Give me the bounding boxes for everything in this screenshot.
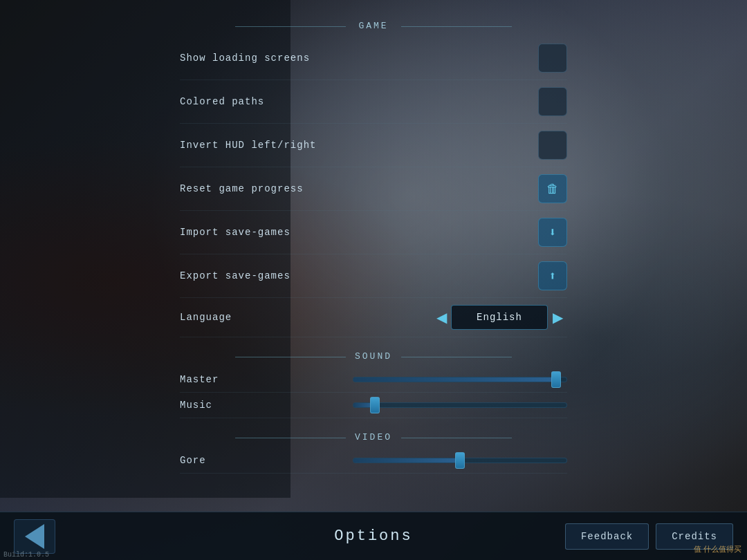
music-volume-slider-container xyxy=(353,402,567,408)
feedback-button[interactable]: Feedback xyxy=(565,523,649,550)
colored-paths-row: Colored paths xyxy=(180,80,567,124)
gore-thumb[interactable] xyxy=(455,452,465,469)
video-header-label: VIDEO xyxy=(355,432,392,442)
master-volume-thumb[interactable] xyxy=(551,371,561,388)
music-volume-row: Music xyxy=(180,393,567,418)
reset-progress-row: Reset game progress 🗑 xyxy=(180,167,567,211)
show-loading-screens-toggle[interactable] xyxy=(538,44,567,73)
gore-slider-container xyxy=(353,458,567,463)
colored-paths-label: Colored paths xyxy=(180,96,264,107)
import-saves-row: Import save-games ⬇ xyxy=(180,211,567,254)
colored-paths-toggle[interactable] xyxy=(538,87,567,116)
reset-progress-label: Reset game progress xyxy=(180,183,304,194)
invert-hud-row: Invert HUD left/right xyxy=(180,124,567,167)
language-selector: ◀ English ▶ xyxy=(432,305,567,330)
game-section-header: GAME xyxy=(180,21,567,31)
export-saves-row: Export save-games ⬆ xyxy=(180,254,567,298)
master-volume-slider-container xyxy=(353,377,567,382)
music-volume-thumb[interactable] xyxy=(370,397,380,413)
show-loading-screens-row: Show loading screens xyxy=(180,37,567,80)
reset-progress-button[interactable]: 🗑 xyxy=(538,174,567,203)
language-label: Language xyxy=(180,312,232,323)
game-settings-panel: Show loading screens Colored paths Inver… xyxy=(180,37,567,337)
import-saves-button[interactable]: ⬇ xyxy=(538,218,567,247)
gore-fill xyxy=(353,458,460,463)
invert-hud-toggle[interactable] xyxy=(538,131,567,160)
game-header-label: GAME xyxy=(358,21,388,31)
sound-header-label: SOUND xyxy=(355,351,392,362)
gore-track[interactable] xyxy=(353,458,567,463)
sound-settings-panel: Master Music xyxy=(180,367,567,418)
back-arrow-icon xyxy=(25,524,44,549)
gore-row: Gore xyxy=(180,448,567,474)
master-volume-label: Master xyxy=(180,374,219,385)
gore-label: Gore xyxy=(180,455,206,466)
sound-section: SOUND Master Music xyxy=(180,351,567,418)
import-saves-label: Import save-games xyxy=(180,227,290,238)
master-volume-row: Master xyxy=(180,367,567,393)
show-loading-screens-label: Show loading screens xyxy=(180,53,310,64)
video-section: VIDEO Gore xyxy=(180,432,567,474)
settings-content: GAME Show loading screens Colored paths … xyxy=(0,0,747,512)
page-title: Options xyxy=(334,528,412,545)
language-value: English xyxy=(451,305,548,330)
build-info: Build:1.0.5 xyxy=(3,551,49,559)
master-volume-track[interactable] xyxy=(353,377,567,382)
master-volume-fill xyxy=(353,377,556,382)
invert-hud-label: Invert HUD left/right xyxy=(180,140,316,151)
video-settings-panel: Gore xyxy=(180,448,567,474)
music-volume-track[interactable] xyxy=(353,402,567,408)
export-saves-label: Export save-games xyxy=(180,270,290,281)
bottom-bar: Options Feedback Credits xyxy=(0,512,747,560)
watermark: 值 什么值得买 xyxy=(694,544,741,554)
video-section-header: VIDEO xyxy=(180,432,567,442)
language-prev-button[interactable]: ◀ xyxy=(432,305,451,330)
language-row: Language ◀ English ▶ xyxy=(180,298,567,337)
export-saves-button[interactable]: ⬆ xyxy=(538,261,567,290)
back-button[interactable] xyxy=(14,519,55,554)
sound-section-header: SOUND xyxy=(180,351,567,362)
music-volume-label: Music xyxy=(180,400,212,411)
language-next-button[interactable]: ▶ xyxy=(548,305,567,330)
